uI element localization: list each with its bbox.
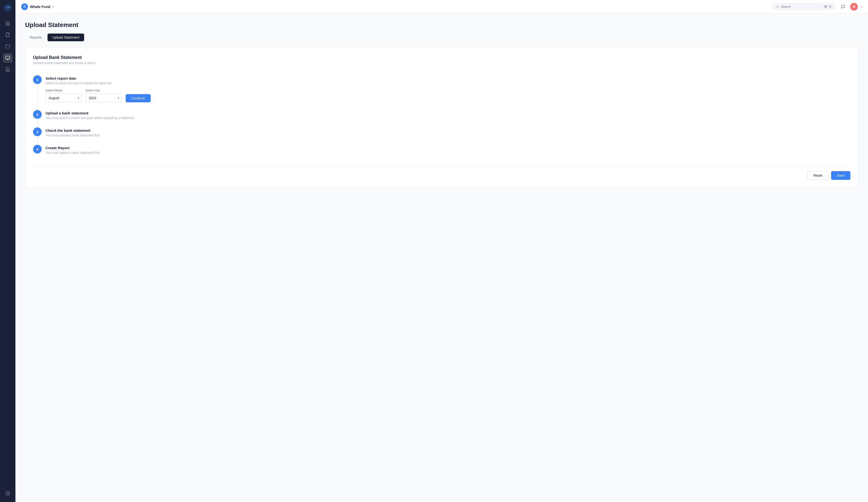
step-2-content: Upload a bank statement You must select …: [45, 110, 850, 120]
svg-point-1: [9, 7, 10, 8]
step-2-number: 2: [33, 110, 42, 119]
month-select-wrapper: January February March April May June Ju…: [45, 94, 82, 102]
page-title: Upload Statement: [25, 21, 858, 29]
step-2-title: Upload a bank statement: [45, 111, 850, 115]
steps-list: 1 Select report date Select a month and …: [33, 71, 850, 158]
svg-point-0: [4, 4, 12, 12]
card-footer: Reset Save: [33, 166, 850, 180]
year-label: Select Year: [85, 89, 122, 92]
step-1-number: 1: [33, 75, 42, 84]
sidebar-item-document[interactable]: [3, 30, 12, 40]
tab-upload-statement[interactable]: Upload Statement: [48, 33, 84, 41]
tab-reports[interactable]: Reports: [25, 33, 46, 41]
step-1-form: Select Month January February March Apri…: [45, 89, 850, 102]
step-3-content: Check the bank statement You must upload…: [45, 128, 850, 137]
card-header: Upload Bank Statement Upload a bank stat…: [33, 55, 850, 65]
step-2: 2 Upload a bank statement You must selec…: [33, 106, 850, 123]
sidebar-item-file-text[interactable]: [3, 65, 12, 74]
year-select[interactable]: 2021 2022 2023 2024: [85, 94, 122, 102]
month-select[interactable]: January February March April May June Ju…: [45, 94, 82, 102]
step-2-desc: You must select a month and year before …: [45, 116, 850, 120]
search-shortcut: ⌘ K: [823, 5, 832, 8]
step-3: 3 Check the bank statement You must uplo…: [33, 123, 850, 141]
tabs: Reports Upload Statement: [25, 33, 858, 41]
card-subtitle: Upload a bank statement and create a rep…: [33, 61, 850, 65]
brand-name: Whale Fund: [30, 4, 50, 9]
brand-chevron-icon[interactable]: ▾: [52, 5, 54, 8]
step-1-title: Select report date: [45, 76, 850, 80]
chat-icon: [841, 4, 845, 9]
step-3-number: 3: [33, 128, 42, 136]
step-4-content: Create Report You must upload a bank sta…: [45, 145, 850, 154]
user-avatar[interactable]: M: [850, 3, 858, 11]
svg-point-9: [776, 5, 778, 8]
topbar: C Whale Fund ▾ ⌘ K M ▾: [16, 0, 868, 13]
sidebar-item-folder[interactable]: [3, 41, 12, 51]
year-group: Select Year 2021 2022 2023 2024 ▾: [85, 89, 122, 102]
upload-card: Upload Bank Statement Upload a bank stat…: [25, 47, 858, 188]
sidebar-item-reports[interactable]: [3, 53, 12, 63]
step-4-title: Create Report: [45, 146, 850, 150]
step-3-desc: You must upload a bank statement first: [45, 133, 850, 137]
search-box[interactable]: ⌘ K: [773, 3, 835, 10]
reset-button[interactable]: Reset: [807, 171, 828, 180]
brand-avatar: C: [21, 3, 28, 10]
step-4-number: 4: [33, 145, 42, 153]
save-button[interactable]: Save: [831, 171, 850, 180]
svg-line-10: [778, 7, 778, 8]
month-label: Select Month: [45, 89, 82, 92]
sidebar-item-home[interactable]: [3, 18, 12, 28]
step-4: 4 Create Report You must upload a bank s…: [33, 141, 850, 158]
notifications-button[interactable]: [839, 3, 847, 11]
app-logo[interactable]: [4, 4, 12, 12]
sidebar-bottom: [3, 489, 12, 498]
search-input[interactable]: [781, 5, 822, 8]
svg-rect-2: [6, 56, 10, 59]
year-select-wrapper: 2021 2022 2023 2024 ▾: [85, 94, 122, 102]
step-1-content: Select report date Select a month and ye…: [45, 75, 850, 102]
sidebar: [0, 0, 16, 502]
step-1-desc: Select a month and year to create the re…: [45, 81, 850, 85]
content-area: Upload Statement Reports Upload Statemen…: [16, 13, 868, 502]
step-3-title: Check the bank statement: [45, 128, 850, 132]
topbar-actions: M ▾: [839, 3, 862, 11]
step-1: 1 Select report date Select a month and …: [33, 71, 850, 106]
sidebar-item-expand[interactable]: [3, 489, 12, 498]
step-4-desc: You must upload a bank statement first: [45, 151, 850, 154]
card-title: Upload Bank Statement: [33, 55, 850, 60]
month-group: Select Month January February March Apri…: [45, 89, 82, 102]
user-chevron-icon[interactable]: ▾: [861, 5, 862, 8]
brand[interactable]: C Whale Fund ▾: [21, 3, 54, 10]
main-area: C Whale Fund ▾ ⌘ K M ▾ Uploa: [16, 0, 868, 502]
search-icon: [776, 5, 779, 8]
continue-button[interactable]: Continue: [126, 94, 151, 102]
